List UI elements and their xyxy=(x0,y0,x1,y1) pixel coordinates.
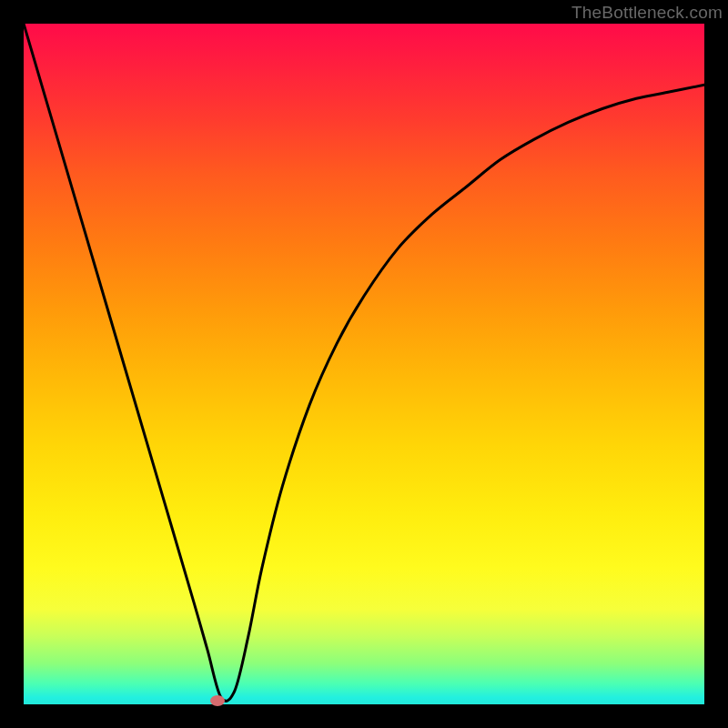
watermark-text: TheBottleneck.com xyxy=(571,3,723,23)
plot-area xyxy=(24,24,704,704)
chart-frame: TheBottleneck.com xyxy=(0,0,728,728)
chart-curve xyxy=(24,24,704,704)
minimum-marker-icon xyxy=(210,695,225,706)
